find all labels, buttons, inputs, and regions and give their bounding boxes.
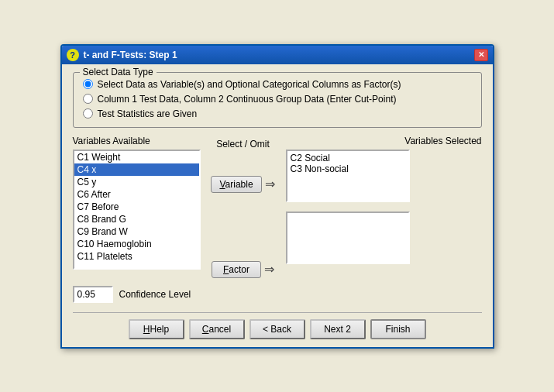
- selected-item: C2 Social: [291, 153, 405, 163]
- variables-selected-header: Variables Selected: [286, 136, 482, 146]
- selected-item: C3 Non-social: [291, 163, 405, 174]
- radio-label-1[interactable]: Select Data as Variable(s) and Optional …: [98, 79, 401, 90]
- factor-transfer-row: Factor ⇒: [212, 261, 274, 278]
- group-label: Select Data Type: [80, 67, 157, 77]
- variables-listbox[interactable]: C1 Weight C4 x C5 y C6 After C7 Before C…: [73, 150, 201, 270]
- finish-button[interactable]: Finish: [370, 319, 426, 339]
- list-item[interactable]: C4 x: [74, 163, 199, 176]
- variable-btn-label: ariable: [225, 179, 253, 190]
- list-item[interactable]: C7 Before: [74, 201, 199, 213]
- list-item[interactable]: C9 Brand W: [74, 225, 199, 238]
- factor-btn-label: actor: [229, 264, 249, 275]
- radio-row-3: Test Statistics are Given: [83, 108, 472, 119]
- variables-available-panel: Variables Available C1 Weight C4 x C5 y …: [73, 136, 201, 270]
- variable-button[interactable]: Variable: [211, 176, 261, 193]
- window-icon: ?: [67, 49, 79, 61]
- main-section: Variables Available C1 Weight C4 x C5 y …: [73, 136, 482, 278]
- variable-arrow-icon: ⇒: [265, 177, 275, 191]
- window-content: Select Data Type Select Data as Variable…: [62, 64, 493, 347]
- variables-selected-box[interactable]: C2 Social C3 Non-social: [286, 150, 410, 202]
- select-omit-panel: Select / Omit Variable ⇒ Factor ⇒: [201, 136, 286, 278]
- variables-selected-panel: Variables Selected C2 Social C3 Non-soci…: [286, 136, 482, 264]
- list-item[interactable]: C6 After: [74, 188, 199, 201]
- confidence-row: Confidence Level: [73, 286, 482, 303]
- title-bar-left: ? t- and F-Tests: Step 1: [67, 49, 177, 61]
- button-row: HHelp Cancel < Back Next 2 Finish: [73, 312, 482, 339]
- close-button[interactable]: ✕: [474, 49, 488, 61]
- radio-option-2[interactable]: [83, 94, 93, 104]
- next-button[interactable]: Next 2: [310, 319, 366, 339]
- variable-transfer-row: Variable ⇒: [211, 176, 274, 193]
- list-item[interactable]: C5 y: [74, 176, 199, 188]
- list-item[interactable]: C11 Platelets: [74, 250, 199, 263]
- list-item[interactable]: C1 Weight: [74, 151, 199, 163]
- radio-label-2[interactable]: Column 1 Test Data, Column 2 Continuous …: [98, 94, 397, 105]
- confidence-label: Confidence Level: [119, 289, 191, 300]
- radio-row-2: Column 1 Test Data, Column 2 Continuous …: [83, 94, 472, 105]
- factor-button[interactable]: Factor: [212, 261, 261, 278]
- help-button[interactable]: HHelp: [129, 319, 184, 339]
- radio-option-3[interactable]: [83, 108, 93, 119]
- list-item[interactable]: C10 Haemoglobin: [74, 238, 199, 250]
- radio-option-1[interactable]: [83, 79, 93, 89]
- variables-available-header: Variables Available: [73, 136, 201, 146]
- cancel-button[interactable]: Cancel: [189, 319, 245, 339]
- factor-arrow-icon: ⇒: [264, 262, 274, 277]
- data-type-group: Select Data Type Select Data as Variable…: [73, 72, 482, 128]
- main-window: ? t- and F-Tests: Step 1 ✕ Select Data T…: [60, 44, 494, 349]
- window-title: t- and F-Tests: Step 1: [84, 50, 177, 60]
- back-button[interactable]: < Back: [249, 319, 305, 339]
- radio-label-3[interactable]: Test Statistics are Given: [98, 108, 198, 119]
- factor-selected-box[interactable]: [286, 211, 410, 264]
- radio-row-1: Select Data as Variable(s) and Optional …: [83, 79, 472, 90]
- list-item[interactable]: C8 Brand G: [74, 213, 199, 225]
- select-omit-header: Select / Omit: [216, 139, 270, 150]
- title-bar: ? t- and F-Tests: Step 1 ✕: [62, 46, 493, 64]
- confidence-input[interactable]: [73, 286, 113, 303]
